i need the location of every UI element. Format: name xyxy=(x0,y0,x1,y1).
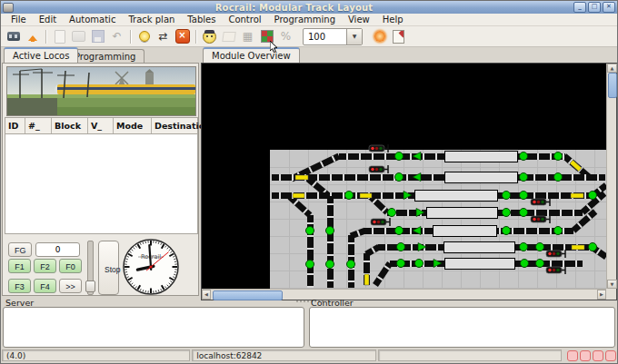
power-lamp-icon-glyph xyxy=(139,31,150,42)
f2-button[interactable]: F2 xyxy=(34,259,56,273)
swap-direction-icon[interactable]: ⇄ xyxy=(154,28,173,45)
f3-button[interactable]: F3 xyxy=(8,279,31,293)
auto-mode-icon[interactable] xyxy=(200,28,219,45)
vertical-scroll-thumb[interactable] xyxy=(608,73,617,98)
titlebar: Rocrail: Modular Track Layout _□✕ xyxy=(1,1,617,14)
power-lamp-icon[interactable] xyxy=(135,28,154,45)
maximize-button[interactable]: □ xyxy=(588,2,601,13)
swap-direction-icon-glyph: ⇄ xyxy=(158,30,167,43)
horizontal-scrollbar[interactable]: ◀ ▶ xyxy=(202,289,606,300)
tag-icon-glyph xyxy=(222,32,236,42)
f1-button[interactable]: F1 xyxy=(8,259,31,273)
loco-photo-image xyxy=(7,67,195,115)
toolbar-separator xyxy=(195,30,196,44)
fg-button[interactable]: FG xyxy=(8,242,32,257)
percent-icon: % xyxy=(276,28,295,45)
new-document-icon-glyph xyxy=(55,30,65,44)
help-book-icon[interactable] xyxy=(389,28,408,45)
connect-icon[interactable] xyxy=(4,28,23,45)
menu-edit[interactable]: Edit xyxy=(33,15,63,25)
emergency-stop-icon[interactable]: × xyxy=(173,28,192,45)
scroll-up-icon[interactable]: ▲ xyxy=(607,64,617,73)
f0-button[interactable]: F0 xyxy=(59,259,82,273)
status-version: (4.0) xyxy=(2,349,190,361)
menu-tables[interactable]: Tables xyxy=(181,15,222,25)
zoom-dropdown-icon[interactable]: ▼ xyxy=(346,29,362,44)
windows-grid-icon-glyph: ▦ xyxy=(243,30,253,43)
fast-clock: Rocrail xyxy=(121,237,181,297)
close-button[interactable]: ✕ xyxy=(603,2,615,13)
menu-automatic[interactable]: Automatic xyxy=(63,15,122,25)
menu-help[interactable]: Help xyxy=(376,15,410,25)
zoom-value[interactable]: 100 xyxy=(304,32,346,42)
speed-field[interactable] xyxy=(35,242,80,257)
save-icon xyxy=(88,28,107,45)
menu-programming[interactable]: Programming xyxy=(268,15,342,25)
status-led xyxy=(580,350,591,361)
more-functions-button[interactable]: >> xyxy=(59,279,82,293)
tab-module-overview[interactable]: Module Overview xyxy=(203,47,300,63)
toolbar: ↶⇄×▦%100▼ xyxy=(1,26,617,47)
col-block[interactable]: Block xyxy=(52,118,88,133)
module-overview-canvas[interactable]: ▲ ▼ ◀ ▶ xyxy=(201,63,617,300)
scroll-right-icon[interactable]: ▶ xyxy=(597,290,606,300)
menu-control[interactable]: Control xyxy=(222,15,267,25)
controller-log[interactable] xyxy=(309,307,615,348)
tag-icon xyxy=(219,28,238,45)
scroll-left-icon[interactable]: ◀ xyxy=(202,290,211,300)
scrollbar-corner xyxy=(606,289,616,300)
f4-button[interactable]: F4 xyxy=(34,279,56,293)
status-cell3 xyxy=(378,349,562,361)
zoom-select[interactable]: 100▼ xyxy=(303,28,363,45)
mouse-cursor xyxy=(270,41,279,54)
col-number[interactable]: #_ xyxy=(25,118,52,133)
speed-slider[interactable] xyxy=(87,241,94,295)
stop-button[interactable]: Stop xyxy=(98,241,119,295)
track-plan[interactable] xyxy=(202,64,606,289)
speed-slider-handle[interactable] xyxy=(85,280,95,292)
horizontal-scroll-thumb[interactable] xyxy=(213,290,283,300)
connect-icon-glyph xyxy=(7,32,20,41)
left-panel: ID #_ Block V_ Mode Destination FG F1 F2… xyxy=(2,63,199,296)
rocrail-window: Rocrail: Modular Track Layout _□✕ FileEd… xyxy=(0,0,618,364)
undo-icon-glyph: ↶ xyxy=(112,30,121,43)
status-host: localhost:62842 xyxy=(192,349,375,361)
loco-photo xyxy=(6,66,196,116)
col-id[interactable]: ID xyxy=(5,118,25,133)
menu-track-plan[interactable]: Track plan xyxy=(122,15,181,25)
upload-icon[interactable] xyxy=(23,28,42,45)
tab-active-locos[interactable]: Active Locos xyxy=(4,47,78,63)
window-title: Rocrail: Modular Track Layout xyxy=(16,3,572,13)
save-icon-glyph xyxy=(92,30,105,43)
col-v[interactable]: V_ xyxy=(88,118,114,133)
status-led xyxy=(593,350,603,361)
upload-icon-glyph xyxy=(26,30,39,43)
emergency-stop-icon-glyph: × xyxy=(175,29,190,44)
loco-list[interactable] xyxy=(5,134,198,234)
loco-table-header: ID #_ Block V_ Mode Destination xyxy=(5,117,198,134)
print-icon-glyph xyxy=(72,31,85,42)
help-book-icon-glyph xyxy=(393,30,404,44)
auto-mode-icon-glyph xyxy=(203,30,216,44)
status-led xyxy=(567,350,578,361)
menu-view[interactable]: View xyxy=(342,15,376,25)
percent-icon-glyph: % xyxy=(281,30,291,43)
print-icon xyxy=(69,28,88,45)
toolbar-separator xyxy=(45,30,46,44)
vertical-scrollbar[interactable]: ▲ ▼ xyxy=(606,64,616,289)
server-log[interactable] xyxy=(3,307,304,348)
menubar: FileEditAutomaticTrack planTablesControl… xyxy=(1,14,617,26)
new-document-icon xyxy=(50,28,69,45)
power-icon-glyph xyxy=(374,31,385,42)
menu-file[interactable]: File xyxy=(5,15,33,25)
minimize-button[interactable]: _ xyxy=(573,2,586,13)
statusbar: (4.0) localhost:62842 xyxy=(2,349,616,361)
col-mode[interactable]: Mode xyxy=(114,118,152,133)
app-icon xyxy=(3,3,14,13)
undo-icon: ↶ xyxy=(107,28,126,45)
col-destination[interactable]: Destination xyxy=(152,118,197,133)
status-led xyxy=(605,350,616,361)
scroll-down-icon[interactable]: ▼ xyxy=(607,280,617,289)
power-icon[interactable] xyxy=(370,28,389,45)
windows-grid-icon: ▦ xyxy=(238,28,257,45)
